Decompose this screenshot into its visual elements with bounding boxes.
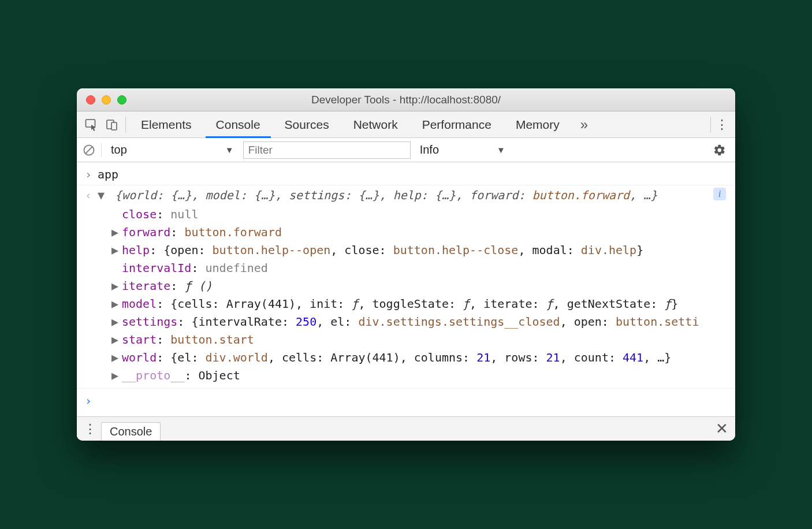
- inspect-element-icon[interactable]: [81, 115, 101, 135]
- dropdown-arrow-icon: ▼: [497, 145, 505, 155]
- svg-rect-0: [86, 120, 95, 127]
- clear-console-icon[interactable]: [83, 144, 95, 157]
- prop-start[interactable]: ▶ start: button.start: [77, 331, 735, 349]
- prop-iterate[interactable]: ▶ iterate: ƒ (): [77, 277, 735, 295]
- prop-settings[interactable]: ▶ settings: {intervalRate: 250, el: div.…: [77, 313, 735, 331]
- expand-arrow-icon[interactable]: ▶: [111, 349, 122, 367]
- object-tree: close: null ▶ forward: button.forward ▶ …: [77, 206, 735, 389]
- titlebar: Developer Tools - http://localhost:8080/: [77, 88, 735, 111]
- prop-forward[interactable]: ▶ forward: button.forward: [77, 223, 735, 241]
- level-value: Info: [420, 143, 439, 157]
- input-chevron-icon: ›: [85, 166, 98, 184]
- drawer-bar: ⋮ Console ✕: [77, 416, 735, 441]
- devtools-menu-icon[interactable]: ⋮: [714, 117, 729, 132]
- prop-model[interactable]: ▶ model: {cells: Array(441), init: ƒ, to…: [77, 295, 735, 313]
- zoom-window-button[interactable]: [117, 95, 126, 105]
- separator: [101, 143, 102, 157]
- expand-arrow-icon[interactable]: ▶: [111, 313, 122, 331]
- console-result[interactable]: ‹ ▼ {world: {…}, model: {…}, settings: {…: [77, 185, 735, 206]
- info-badge-icon[interactable]: i: [713, 188, 726, 200]
- separator: [710, 117, 711, 133]
- tabs-overflow-button[interactable]: »: [572, 117, 596, 133]
- expand-arrow-icon[interactable]: ▶: [111, 277, 122, 295]
- separator: [125, 117, 126, 133]
- filter-input[interactable]: [243, 141, 411, 159]
- console-settings-icon[interactable]: [713, 144, 729, 157]
- svg-line-4: [85, 147, 92, 154]
- log-level-selector[interactable]: Info ▼: [416, 143, 505, 157]
- drawer-close-icon[interactable]: ✕: [716, 420, 728, 438]
- expand-arrow-icon[interactable]: ▶: [111, 367, 122, 385]
- expand-toggle-icon[interactable]: ▼: [98, 187, 108, 204]
- window-controls: [77, 95, 126, 105]
- tab-performance[interactable]: Performance: [411, 111, 503, 138]
- prop-help[interactable]: ▶ help: {open: button.help--open, close:…: [77, 241, 735, 259]
- input-text: app: [98, 166, 727, 184]
- device-toolbar-icon[interactable]: [102, 115, 122, 135]
- devtools-tabbar: Elements Console Sources Network Perform…: [77, 111, 735, 138]
- tab-sources[interactable]: Sources: [273, 111, 341, 138]
- object-summary: {world: {…}, model: {…}, settings: {…}, …: [115, 188, 657, 202]
- prop-world[interactable]: ▶ world: {el: div.world, cells: Array(44…: [77, 349, 735, 367]
- execution-context-selector[interactable]: top ▼: [107, 143, 237, 157]
- svg-rect-2: [111, 122, 117, 130]
- console-input-echo: › app: [77, 165, 735, 185]
- expand-arrow-icon[interactable]: ▶: [111, 295, 122, 313]
- prompt-chevron-icon: ›: [85, 392, 98, 410]
- console-toolbar: top ▼ Info ▼: [77, 138, 735, 162]
- drawer-tab-console[interactable]: Console: [101, 422, 161, 441]
- tab-console[interactable]: Console: [204, 111, 272, 138]
- window-title: Developer Tools - http://localhost:8080/: [77, 94, 735, 106]
- dropdown-arrow-icon: ▼: [225, 145, 234, 155]
- console-prompt[interactable]: ›: [77, 389, 735, 411]
- tab-network[interactable]: Network: [342, 111, 409, 138]
- expand-arrow-icon[interactable]: ▶: [111, 223, 122, 241]
- devtools-window: Developer Tools - http://localhost:8080/…: [77, 88, 735, 441]
- prop-close[interactable]: close: null: [77, 206, 735, 223]
- tab-elements[interactable]: Elements: [129, 111, 203, 138]
- expand-arrow-icon[interactable]: ▶: [111, 331, 122, 349]
- expand-arrow-icon[interactable]: ▶: [111, 241, 122, 259]
- drawer-menu-icon[interactable]: ⋮: [84, 422, 95, 437]
- console-output: › app ‹ ▼ {world: {…}, model: {…}, setti…: [77, 162, 735, 416]
- tab-memory[interactable]: Memory: [504, 111, 571, 138]
- prop-proto[interactable]: ▶ __proto__: Object: [77, 367, 735, 389]
- minimize-window-button[interactable]: [102, 95, 111, 105]
- output-chevron-icon: ‹: [85, 187, 98, 204]
- prop-intervalid[interactable]: intervalId: undefined: [77, 259, 735, 277]
- context-value: top: [111, 143, 127, 157]
- close-window-button[interactable]: [86, 95, 95, 105]
